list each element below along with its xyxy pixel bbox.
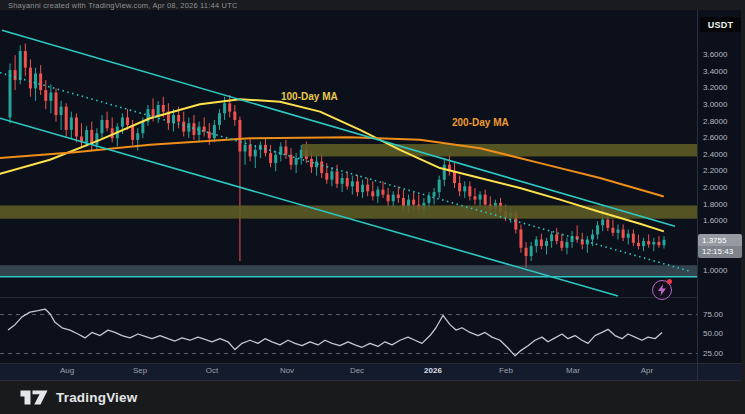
candle-body: [152, 109, 155, 116]
candle-body: [606, 220, 609, 228]
candle-body: [70, 117, 73, 129]
candle-body: [545, 241, 548, 246]
candle-body: [433, 192, 436, 196]
ma100-label: 100-Day MA: [281, 91, 338, 102]
candle-body: [290, 155, 293, 165]
price-tick-1.0000: 1.0000: [703, 266, 727, 275]
candle-body: [550, 234, 553, 241]
candle-body: [565, 242, 568, 248]
currency-toggle-badge[interactable]: USDT: [700, 17, 741, 32]
candle-body: [228, 103, 231, 111]
candle-body: [366, 185, 369, 192]
price-chart-canvas[interactable]: [0, 0, 745, 414]
candle-body: [530, 246, 533, 256]
candle-body: [136, 133, 139, 140]
candle-body: [19, 51, 22, 80]
candle-body: [141, 122, 144, 134]
price-tick-2.4000: 2.4000: [703, 150, 727, 159]
candle-body: [213, 125, 216, 138]
candle-body: [100, 120, 103, 133]
candle-body: [49, 93, 52, 101]
time-tick-Feb: Feb: [499, 366, 513, 375]
candle-body: [381, 190, 384, 195]
candle-countdown: 12:15:43: [698, 246, 742, 258]
candle-body: [484, 195, 487, 205]
price-tick-3.6000: 3.6000: [703, 50, 727, 59]
candle-body: [642, 241, 645, 246]
candle-body: [463, 186, 466, 191]
candle-body: [60, 107, 63, 115]
candle-body: [14, 70, 17, 80]
candle-body: [622, 230, 625, 238]
tradingview-chart-screenshot: Shayanni created with TradingView.com, A…: [0, 0, 745, 414]
time-tick-Oct: Oct: [206, 366, 218, 375]
price-tick-3.0000: 3.0000: [703, 100, 727, 109]
candle-body: [397, 195, 400, 198]
candle-body: [341, 178, 344, 184]
time-tick-Nov: Nov: [280, 366, 294, 375]
candle-body: [121, 117, 124, 126]
candle-body: [177, 115, 180, 122]
candle-body: [295, 158, 298, 165]
candle-body: [54, 93, 57, 115]
candle-body: [361, 185, 364, 192]
candle-body: [657, 242, 660, 245]
candle-body: [356, 181, 359, 192]
price-tick-2.0000: 2.0000: [703, 183, 727, 192]
candle-body: [29, 68, 32, 89]
price-tick-1.8000: 1.8000: [703, 200, 727, 209]
candle-body: [182, 122, 185, 132]
candle-body: [632, 234, 635, 243]
candle-body: [412, 200, 415, 205]
candle-body: [254, 150, 257, 157]
candle-body: [95, 133, 98, 145]
candle-body: [479, 195, 482, 200]
candle-body: [44, 90, 47, 101]
candle-body: [458, 183, 461, 191]
candle-body: [218, 113, 221, 125]
candle-body: [233, 112, 236, 120]
candle-body: [24, 51, 27, 68]
candle-body: [438, 180, 441, 192]
last-price-value: 1.3755: [698, 234, 742, 246]
tradingview-wordmark: TradingView: [56, 390, 137, 405]
time-tick-Aug: Aug: [60, 366, 74, 375]
candle-body: [9, 70, 12, 117]
candle-body: [39, 73, 42, 90]
candle-body: [269, 153, 272, 163]
tradingview-logo[interactable]: TradingView: [20, 389, 137, 406]
lightning-bolt-icon: [657, 284, 667, 296]
boost-lightning-icon[interactable]: [652, 280, 672, 300]
candle-body: [468, 186, 471, 196]
candle-body: [249, 145, 252, 157]
price-tick-3.2000: 3.2000: [703, 83, 727, 92]
candle-body: [525, 248, 528, 256]
candle-body: [596, 225, 599, 234]
candle-body: [601, 220, 604, 226]
candle-body: [162, 105, 165, 112]
candle-body: [371, 191, 374, 196]
candle-body: [192, 123, 195, 135]
candle-body: [555, 234, 558, 241]
candle-body: [320, 161, 323, 173]
last-price-label: 1.3755 12:15:43: [698, 234, 742, 258]
pane-separator[interactable]: [0, 297, 697, 298]
attribution-text: Shayanni created with TradingView.com, A…: [8, 1, 238, 10]
candle-body: [244, 145, 247, 152]
notification-dot: [667, 279, 672, 284]
rsi-tick-75: 75.00: [703, 310, 723, 319]
candle-body: [126, 117, 129, 124]
candle-body: [443, 165, 446, 180]
candle-body: [647, 241, 650, 244]
candle-body: [223, 103, 226, 113]
rsi-line: [8, 309, 662, 356]
candle-body: [325, 173, 328, 180]
candle-body: [392, 195, 395, 202]
ma200-label: 200-Day MA: [452, 117, 509, 128]
candle-body: [617, 230, 620, 233]
candle-body: [540, 239, 543, 246]
candle-body: [376, 190, 379, 197]
candle-body: [346, 178, 349, 186]
candle-body: [238, 120, 241, 152]
candle-body: [387, 195, 390, 202]
